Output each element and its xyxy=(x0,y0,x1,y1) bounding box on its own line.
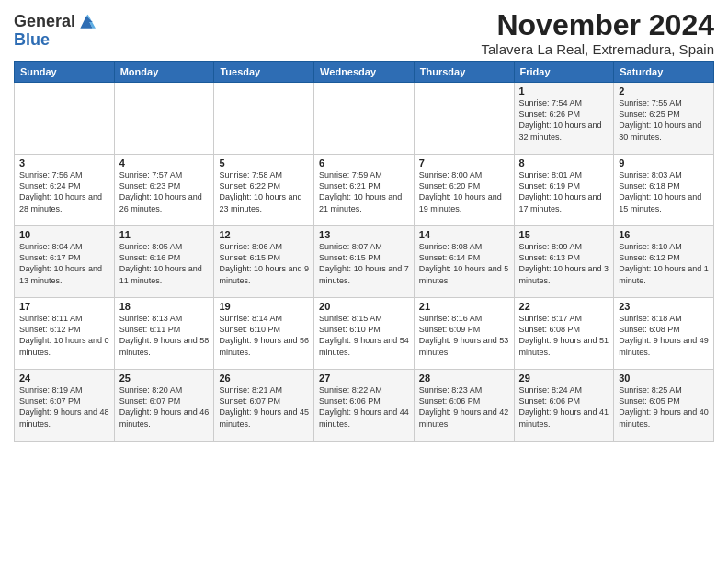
day-info: Sunrise: 8:10 AM Sunset: 6:12 PM Dayligh… xyxy=(619,241,709,286)
calendar-cell-w2-d2: 4Sunrise: 7:57 AM Sunset: 6:23 PM Daylig… xyxy=(114,155,214,226)
day-number: 1 xyxy=(519,86,609,97)
day-number: 29 xyxy=(519,373,609,384)
calendar-cell-w5-d2: 25Sunrise: 8:20 AM Sunset: 6:07 PM Dayli… xyxy=(114,370,214,442)
day-number: 24 xyxy=(19,373,109,384)
calendar-cell-w3-d2: 11Sunrise: 8:05 AM Sunset: 6:16 PM Dayli… xyxy=(114,226,214,298)
calendar-cell-w5-d6: 29Sunrise: 8:24 AM Sunset: 6:06 PM Dayli… xyxy=(514,370,614,442)
calendar-week-1: 1Sunrise: 7:54 AM Sunset: 6:26 PM Daylig… xyxy=(15,83,714,155)
day-info: Sunrise: 8:07 AM Sunset: 6:15 PM Dayligh… xyxy=(319,241,409,286)
calendar-cell-w2-d4: 6Sunrise: 7:59 AM Sunset: 6:21 PM Daylig… xyxy=(314,155,415,226)
logo-blue: Blue xyxy=(14,31,96,50)
day-number: 10 xyxy=(19,229,109,240)
day-info: Sunrise: 8:21 AM Sunset: 6:07 PM Dayligh… xyxy=(219,385,309,430)
day-number: 15 xyxy=(519,229,609,240)
day-info: Sunrise: 7:56 AM Sunset: 6:24 PM Dayligh… xyxy=(19,169,109,214)
day-info: Sunrise: 8:23 AM Sunset: 6:06 PM Dayligh… xyxy=(419,385,509,430)
calendar-cell-w5-d7: 30Sunrise: 8:25 AM Sunset: 6:05 PM Dayli… xyxy=(614,370,714,442)
day-info: Sunrise: 8:04 AM Sunset: 6:17 PM Dayligh… xyxy=(19,241,109,286)
calendar-cell-w5-d5: 28Sunrise: 8:23 AM Sunset: 6:06 PM Dayli… xyxy=(414,370,514,442)
calendar-cell-w1-d4 xyxy=(314,83,415,155)
header-friday: Friday xyxy=(514,62,614,83)
logo-icon xyxy=(77,13,96,31)
day-info: Sunrise: 7:55 AM Sunset: 6:25 PM Dayligh… xyxy=(619,98,709,143)
day-info: Sunrise: 8:17 AM Sunset: 6:08 PM Dayligh… xyxy=(519,313,609,358)
calendar-cell-w5-d4: 27Sunrise: 8:22 AM Sunset: 6:06 PM Dayli… xyxy=(314,370,415,442)
day-info: Sunrise: 8:20 AM Sunset: 6:07 PM Dayligh… xyxy=(119,385,210,430)
calendar-week-4: 17Sunrise: 8:11 AM Sunset: 6:12 PM Dayli… xyxy=(15,298,714,370)
day-number: 12 xyxy=(219,229,309,240)
calendar-cell-w1-d1 xyxy=(15,83,115,155)
day-number: 8 xyxy=(519,157,609,168)
calendar-cell-w2-d7: 9Sunrise: 8:03 AM Sunset: 6:18 PM Daylig… xyxy=(614,155,714,226)
day-number: 17 xyxy=(19,301,109,312)
calendar-cell-w5-d3: 26Sunrise: 8:21 AM Sunset: 6:07 PM Dayli… xyxy=(214,370,314,442)
calendar-week-5: 24Sunrise: 8:19 AM Sunset: 6:07 PM Dayli… xyxy=(15,370,714,442)
header-tuesday: Tuesday xyxy=(214,62,314,83)
day-number: 11 xyxy=(119,229,210,240)
calendar-cell-w1-d3 xyxy=(214,83,314,155)
day-info: Sunrise: 8:14 AM Sunset: 6:10 PM Dayligh… xyxy=(219,313,309,358)
day-number: 4 xyxy=(119,157,210,168)
day-info: Sunrise: 8:25 AM Sunset: 6:05 PM Dayligh… xyxy=(619,385,709,430)
header-saturday: Saturday xyxy=(614,62,714,83)
calendar-week-2: 3Sunrise: 7:56 AM Sunset: 6:24 PM Daylig… xyxy=(15,155,714,226)
day-number: 28 xyxy=(419,373,509,384)
calendar-cell-w5-d1: 24Sunrise: 8:19 AM Sunset: 6:07 PM Dayli… xyxy=(15,370,115,442)
day-info: Sunrise: 7:54 AM Sunset: 6:26 PM Dayligh… xyxy=(519,98,609,143)
header: General Blue November 2024 Talavera La R… xyxy=(14,9,714,57)
header-sunday: Sunday xyxy=(15,62,115,83)
calendar-cell-w2-d1: 3Sunrise: 7:56 AM Sunset: 6:24 PM Daylig… xyxy=(15,155,115,226)
day-number: 21 xyxy=(419,301,509,312)
calendar-cell-w4-d5: 21Sunrise: 8:16 AM Sunset: 6:09 PM Dayli… xyxy=(414,298,514,370)
day-info: Sunrise: 8:18 AM Sunset: 6:08 PM Dayligh… xyxy=(619,313,709,358)
month-title: November 2024 xyxy=(482,9,714,41)
day-number: 26 xyxy=(219,373,309,384)
calendar-cell-w3-d6: 15Sunrise: 8:09 AM Sunset: 6:13 PM Dayli… xyxy=(514,226,614,298)
calendar-cell-w4-d2: 18Sunrise: 8:13 AM Sunset: 6:11 PM Dayli… xyxy=(114,298,214,370)
calendar-cell-w2-d5: 7Sunrise: 8:00 AM Sunset: 6:20 PM Daylig… xyxy=(414,155,514,226)
calendar-cell-w3-d5: 14Sunrise: 8:08 AM Sunset: 6:14 PM Dayli… xyxy=(414,226,514,298)
day-info: Sunrise: 8:19 AM Sunset: 6:07 PM Dayligh… xyxy=(19,385,109,430)
day-info: Sunrise: 8:11 AM Sunset: 6:12 PM Dayligh… xyxy=(19,313,109,358)
day-number: 19 xyxy=(219,301,309,312)
header-monday: Monday xyxy=(114,62,214,83)
logo: General Blue xyxy=(14,13,96,50)
calendar-cell-w3-d1: 10Sunrise: 8:04 AM Sunset: 6:17 PM Dayli… xyxy=(15,226,115,298)
day-info: Sunrise: 8:05 AM Sunset: 6:16 PM Dayligh… xyxy=(119,241,210,286)
calendar-cell-w4-d7: 23Sunrise: 8:18 AM Sunset: 6:08 PM Dayli… xyxy=(614,298,714,370)
title-block: November 2024 Talavera La Real, Extremad… xyxy=(482,9,714,57)
header-wednesday: Wednesday xyxy=(314,62,415,83)
calendar-cell-w2-d6: 8Sunrise: 8:01 AM Sunset: 6:19 PM Daylig… xyxy=(514,155,614,226)
day-info: Sunrise: 8:08 AM Sunset: 6:14 PM Dayligh… xyxy=(419,241,509,286)
day-info: Sunrise: 7:58 AM Sunset: 6:22 PM Dayligh… xyxy=(219,169,309,214)
day-number: 14 xyxy=(419,229,509,240)
calendar-cell-w3-d3: 12Sunrise: 8:06 AM Sunset: 6:15 PM Dayli… xyxy=(214,226,314,298)
day-info: Sunrise: 8:22 AM Sunset: 6:06 PM Dayligh… xyxy=(319,385,409,430)
day-info: Sunrise: 8:13 AM Sunset: 6:11 PM Dayligh… xyxy=(119,313,210,358)
day-info: Sunrise: 7:57 AM Sunset: 6:23 PM Dayligh… xyxy=(119,169,210,214)
day-number: 16 xyxy=(619,229,709,240)
day-info: Sunrise: 8:00 AM Sunset: 6:20 PM Dayligh… xyxy=(419,169,509,214)
location-subtitle: Talavera La Real, Extremadura, Spain xyxy=(482,41,714,57)
calendar-cell-w1-d5 xyxy=(414,83,514,155)
day-info: Sunrise: 8:06 AM Sunset: 6:15 PM Dayligh… xyxy=(219,241,309,286)
calendar-cell-w4-d6: 22Sunrise: 8:17 AM Sunset: 6:08 PM Dayli… xyxy=(514,298,614,370)
day-number: 23 xyxy=(619,301,709,312)
day-number: 13 xyxy=(319,229,409,240)
day-number: 6 xyxy=(319,157,409,168)
day-info: Sunrise: 7:59 AM Sunset: 6:21 PM Dayligh… xyxy=(319,169,409,214)
day-info: Sunrise: 8:16 AM Sunset: 6:09 PM Dayligh… xyxy=(419,313,509,358)
day-number: 27 xyxy=(319,373,409,384)
calendar-week-3: 10Sunrise: 8:04 AM Sunset: 6:17 PM Dayli… xyxy=(15,226,714,298)
day-number: 5 xyxy=(219,157,309,168)
day-number: 18 xyxy=(119,301,210,312)
day-info: Sunrise: 8:24 AM Sunset: 6:06 PM Dayligh… xyxy=(519,385,609,430)
day-info: Sunrise: 8:09 AM Sunset: 6:13 PM Dayligh… xyxy=(519,241,609,286)
day-number: 7 xyxy=(419,157,509,168)
calendar-table: Sunday Monday Tuesday Wednesday Thursday… xyxy=(14,61,714,442)
calendar-cell-w2-d3: 5Sunrise: 7:58 AM Sunset: 6:22 PM Daylig… xyxy=(214,155,314,226)
day-info: Sunrise: 8:03 AM Sunset: 6:18 PM Dayligh… xyxy=(619,169,709,214)
calendar-cell-w4-d3: 19Sunrise: 8:14 AM Sunset: 6:10 PM Dayli… xyxy=(214,298,314,370)
calendar-cell-w1-d6: 1Sunrise: 7:54 AM Sunset: 6:26 PM Daylig… xyxy=(514,83,614,155)
calendar-cell-w1-d7: 2Sunrise: 7:55 AM Sunset: 6:25 PM Daylig… xyxy=(614,83,714,155)
